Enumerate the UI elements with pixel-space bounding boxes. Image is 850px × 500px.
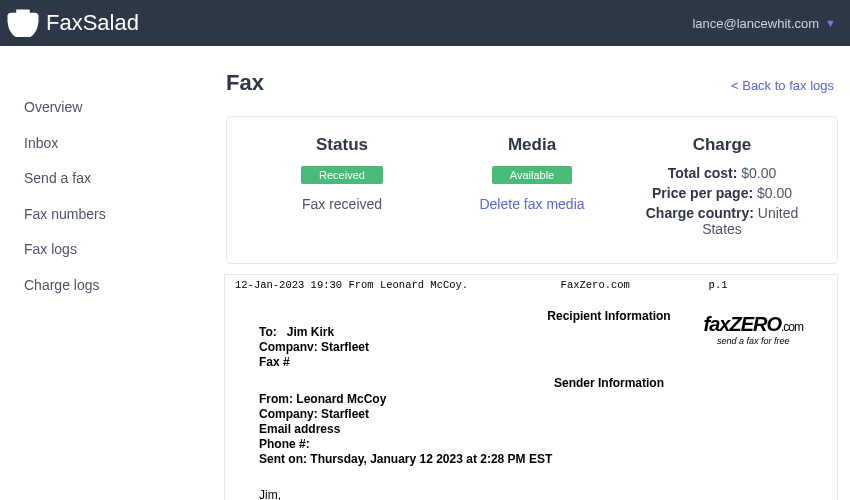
delete-media-link[interactable]: Delete fax media	[437, 196, 627, 212]
fax-body: faxZERO.com send a fax for free Recipien…	[225, 295, 837, 475]
media-badge: Available	[492, 166, 572, 184]
summary-card: Status Received Fax received Media Avail…	[226, 116, 838, 264]
charge-country-label: Charge country:	[646, 205, 754, 221]
sidebar-item-overview[interactable]: Overview	[24, 90, 180, 126]
sidebar-item-send-fax[interactable]: Send a fax	[24, 161, 180, 197]
company-s-label: Company:	[259, 407, 318, 421]
svg-rect-1	[35, 15, 38, 24]
main-content: Fax < Back to fax logs Status Received F…	[180, 46, 850, 500]
app-header: FaxSalad lance@lancewhit.com ▼	[0, 0, 850, 46]
status-text: Fax received	[247, 196, 437, 212]
from-value: Leonard McCoy	[296, 392, 386, 406]
company-r-label: Companv:	[259, 340, 318, 354]
sent-value: Thursday, January 12 2023 at 2:28 PM EST	[310, 452, 552, 466]
user-menu[interactable]: lance@lancewhit.com ▼	[692, 16, 836, 31]
sidebar-item-fax-numbers[interactable]: Fax numbers	[24, 197, 180, 233]
charge-total-value: $0.00	[741, 165, 776, 181]
to-value: Jim Kirk	[287, 325, 334, 339]
sender-section-title: Sender Information	[399, 376, 819, 390]
charge-total-label: Total cost:	[668, 165, 738, 181]
msg-greeting: Jim,	[259, 487, 827, 500]
faxnum-label: Fax #	[259, 355, 819, 370]
charge-heading: Charge	[627, 135, 817, 155]
fax-logo-icon	[6, 9, 40, 37]
charge-ppp-value: $0.00	[757, 185, 792, 201]
charge-ppp-label: Price per page:	[652, 185, 753, 201]
brand-name: FaxSalad	[46, 10, 139, 36]
charge-ppp: Price per page: $0.00	[627, 185, 817, 201]
user-email: lance@lancewhit.com	[692, 16, 819, 31]
sidebar: Overview Inbox Send a fax Fax numbers Fa…	[0, 46, 180, 500]
email-label: Email address	[259, 422, 819, 437]
status-column: Status Received Fax received	[247, 135, 437, 241]
to-label: To:	[259, 325, 277, 339]
phone-label: Phone #:	[259, 437, 819, 452]
from-label: From:	[259, 392, 293, 406]
charge-column: Charge Total cost: $0.00 Price per page:…	[627, 135, 817, 241]
chevron-down-icon: ▼	[825, 17, 836, 29]
sidebar-item-charge-logs[interactable]: Charge logs	[24, 268, 180, 304]
status-badge: Received	[301, 166, 383, 184]
status-heading: Status	[247, 135, 437, 155]
charge-country: Charge country: United States	[627, 205, 817, 237]
sidebar-item-fax-logs[interactable]: Fax logs	[24, 232, 180, 268]
sent-label: Sent on:	[259, 452, 307, 466]
fax-header-strip: 12-Jan-2023 19:30 From Leonard McCoy. Fa…	[225, 275, 837, 295]
company-s-value: Starfleet	[321, 407, 369, 421]
sidebar-item-inbox[interactable]: Inbox	[24, 126, 180, 162]
faxzero-com: .com	[781, 320, 803, 334]
back-to-logs-link[interactable]: < Back to fax logs	[731, 78, 834, 93]
faxzero-brand: faxZERO	[704, 313, 781, 335]
fax-preview: 12-Jan-2023 19:30 From Leonard McCoy. Fa…	[224, 274, 838, 500]
fax-header-page: p.1	[709, 279, 827, 291]
page-title: Fax	[226, 70, 264, 96]
media-heading: Media	[437, 135, 627, 155]
svg-rect-0	[8, 15, 11, 24]
media-column: Media Available Delete fax media	[437, 135, 627, 241]
fax-message: Jim, Here's the HIPAA form you need to s…	[225, 475, 837, 500]
fax-header-mid: FaxZero.com	[561, 279, 709, 291]
company-r-value: Starfleet	[321, 340, 369, 354]
faxzero-logo: faxZERO.com send a fax for free	[704, 313, 803, 346]
fax-header-left: 12-Jan-2023 19:30 From Leonard McCoy.	[235, 279, 561, 291]
brand-logo[interactable]: FaxSalad	[6, 9, 139, 37]
faxzero-tagline: send a fax for free	[704, 336, 803, 346]
charge-total: Total cost: $0.00	[627, 165, 817, 181]
